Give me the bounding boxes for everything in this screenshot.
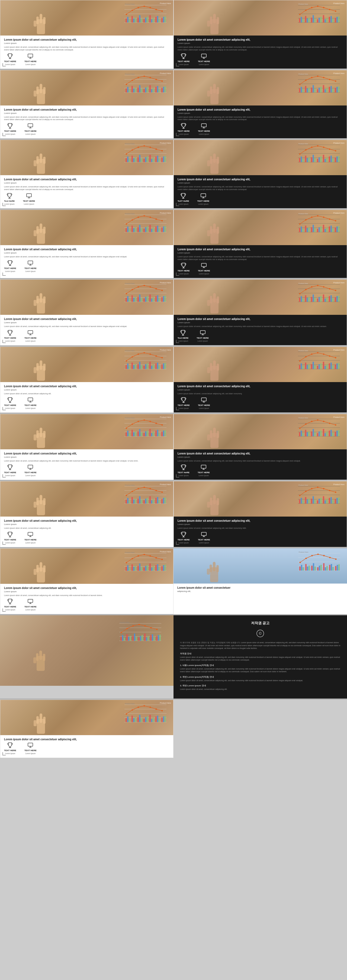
- svg-rect-42: [28, 54, 33, 57]
- icon-item-2: TEXT HERE Lorem Ipsum: [197, 329, 209, 342]
- svg-rect-654: [151, 500, 152, 504]
- svg-point-169: [311, 77, 313, 78]
- notice-section-label: 저작권 안내: [180, 652, 341, 655]
- icon1-sublabel: Lorem Ipsum: [5, 542, 15, 544]
- chart-overlay: Product Here: [293, 282, 341, 312]
- svg-point-347: [299, 223, 301, 224]
- svg-rect-426: [318, 297, 320, 302]
- svg-point-392: [126, 293, 127, 294]
- card-bottom: Lorem ipsum dolor sit amet consectetuer …: [174, 245, 347, 278]
- svg-rect-556: [135, 431, 136, 436]
- svg-rect-205: [153, 158, 154, 162]
- svg-rect-641: [126, 500, 127, 504]
- svg-point-755: [144, 554, 145, 555]
- svg-rect-57: [301, 17, 302, 22]
- svg-rect-567: [157, 430, 158, 436]
- svg-rect-192: [127, 156, 129, 162]
- card-desc: Lorem ipsum dolor sit amet, consectetuer…: [4, 460, 169, 462]
- icon2-sublabel: Lorem Ipsum: [25, 133, 35, 135]
- icon-item-1: TEXT HERE Lorem Ipsum: [4, 531, 16, 544]
- icon-item-2: TEXT HERE Lorem Ipsum: [24, 742, 37, 754]
- svg-rect-253: [332, 159, 333, 162]
- icons-row: TEXT HERE Lorem Ipsum TEXT HERE Lorem Ip…: [4, 598, 169, 611]
- svg-point-168: [305, 80, 307, 81]
- svg-rect-390: [163, 296, 164, 302]
- icon1-label: TEXT HERE: [178, 130, 190, 132]
- svg-rect-478: [159, 366, 160, 369]
- svg-point-799: [312, 555, 313, 556]
- image-label: Product Here: [333, 416, 345, 418]
- svg-rect-363: [43, 296, 46, 304]
- svg-rect-328: [302, 229, 304, 232]
- svg-rect-519: [325, 366, 326, 369]
- svg-rect-821: [130, 636, 131, 641]
- svg-point-758: [162, 558, 163, 560]
- monitor-icon: [27, 53, 33, 59]
- notice-title: 저작권 공고: [180, 621, 341, 625]
- svg-rect-255: [336, 156, 338, 162]
- svg-rect-633: [43, 498, 46, 505]
- svg-rect-867: [143, 719, 145, 722]
- svg-rect-248: [323, 155, 324, 162]
- notice-box: 저작권 공고 © 이 페이지에 포함된 모든 콘텐츠 및 자료는 저작권법에 의…: [174, 615, 347, 698]
- svg-rect-427: [320, 296, 322, 302]
- svg-rect-656: [155, 498, 157, 504]
- svg-rect-312: [28, 261, 33, 264]
- image-label: Product Here: [160, 551, 171, 553]
- svg-rect-703: [332, 500, 333, 504]
- icon1-label: TEXT HERE: [4, 606, 16, 608]
- card-subtitle: Lorem ipsum: [178, 321, 343, 324]
- svg-rect-112: [146, 87, 148, 92]
- svg-point-307: [156, 218, 157, 220]
- svg-rect-659: [161, 499, 163, 504]
- card-row: Product Here Product Here Lorem ipsum do…: [0, 481, 347, 547]
- svg-rect-466: [135, 364, 136, 369]
- svg-rect-537: [201, 398, 206, 401]
- corner-mark: [2, 340, 6, 343]
- svg-point-622: [329, 423, 331, 424]
- icon2-label: TEXT HERE: [24, 749, 37, 752]
- svg-point-619: [311, 421, 313, 422]
- svg-rect-301: [164, 226, 166, 232]
- monitor-icon: [200, 192, 207, 199]
- corner-mark: [2, 752, 6, 756]
- svg-rect-653: [150, 496, 151, 504]
- icons-row: TEXT HERE Lorem Ipsum TEXT HERE Lorem Ip…: [4, 123, 169, 135]
- svg-rect-522: [331, 363, 332, 369]
- svg-rect-661: [164, 497, 166, 504]
- svg-rect-58: [302, 19, 304, 22]
- card-row: Product Here Product Here Lorem ipsum do…: [0, 414, 347, 480]
- svg-rect-154: [314, 88, 315, 92]
- svg-point-711: [323, 488, 325, 489]
- icon2-sublabel: Lorem Ipsum: [25, 270, 35, 272]
- svg-text:Product Here: Product Here: [125, 703, 135, 705]
- svg-rect-208: [159, 159, 160, 162]
- svg-point-349: [311, 216, 313, 218]
- icon-item-2: TEXT HERE Lorem Ipsum: [24, 397, 37, 409]
- svg-point-83: [335, 11, 336, 12]
- hand-area-blue: [11, 618, 70, 672]
- svg-rect-70: [326, 18, 328, 22]
- svg-rect-338: [323, 225, 324, 232]
- svg-rect-3: [43, 17, 46, 24]
- svg-rect-626: [183, 469, 185, 470]
- icon1-label: TEXT HERE: [4, 539, 16, 541]
- svg-rect-131: [9, 128, 11, 129]
- svg-rect-767: [210, 565, 212, 572]
- icon2-label: TEXT HERE: [24, 606, 37, 608]
- svg-rect-608: [323, 429, 324, 436]
- svg-rect-227: [210, 156, 212, 164]
- corner-mark: [2, 608, 6, 612]
- svg-rect-604: [314, 432, 315, 436]
- svg-rect-432: [331, 295, 332, 302]
- card-row2-left: Product Here Product Here Lorem ipsum do…: [0, 70, 174, 139]
- svg-point-396: [150, 286, 151, 288]
- svg-rect-732: [127, 565, 129, 571]
- svg-rect-49: [207, 21, 210, 27]
- svg-rect-864: [137, 717, 139, 722]
- monitor-icon: [201, 262, 207, 269]
- card-title: Lorem ipsum dolor sit amet consectetuer …: [178, 38, 343, 41]
- icon2-sublabel: Lorem Ipsum: [25, 474, 35, 476]
- icon2-sublabel: Lorem Ipsum: [199, 474, 209, 476]
- trophy-icon: [7, 53, 13, 59]
